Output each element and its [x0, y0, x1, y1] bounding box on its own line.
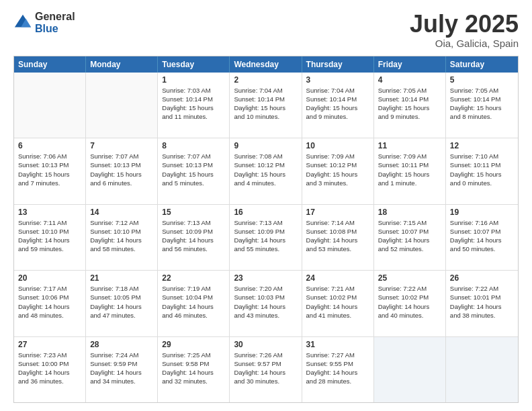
day-number: 9 — [234, 141, 297, 150]
day-content: Sunrise: 7:07 AMSunset: 10:13 PMDaylight… — [162, 152, 225, 187]
day-cell-21: 21Sunrise: 7:18 AMSunset: 10:05 PMDaylig… — [86, 271, 158, 336]
day-cell-7: 7Sunrise: 7:07 AMSunset: 10:13 PMDayligh… — [86, 138, 158, 203]
day-content: Sunrise: 7:14 AMSunset: 10:08 PMDaylight… — [306, 218, 369, 254]
header-day-tuesday: Tuesday — [158, 56, 230, 73]
day-content: Sunrise: 7:23 AMSunset: 10:00 PMDaylight… — [18, 351, 81, 386]
day-cell-28: 28Sunrise: 7:24 AMSunset: 9:59 PMDayligh… — [86, 337, 158, 402]
day-number: 17 — [306, 208, 369, 217]
page: General Blue July 2025 Oia, Galicia, Spa… — [0, 0, 532, 411]
day-content: Sunrise: 7:26 AMSunset: 9:57 PMDaylight:… — [234, 351, 297, 386]
logo: General Blue — [13, 11, 75, 34]
day-number: 15 — [162, 208, 225, 217]
title-block: July 2025 Oia, Galicia, Spain — [410, 11, 519, 49]
day-content: Sunrise: 7:05 AMSunset: 10:14 PMDaylight… — [378, 86, 441, 122]
day-number: 14 — [90, 208, 153, 217]
day-number: 25 — [378, 273, 441, 283]
day-number: 10 — [306, 141, 369, 150]
day-content: Sunrise: 7:16 AMSunset: 10:07 PMDaylight… — [450, 218, 514, 254]
day-cell-25: 25Sunrise: 7:22 AMSunset: 10:02 PMDaylig… — [374, 271, 446, 336]
logo-text: General Blue — [35, 11, 75, 34]
day-cell-5: 5Sunrise: 7:05 AMSunset: 10:14 PMDayligh… — [446, 73, 518, 138]
day-number: 22 — [162, 273, 225, 283]
day-content: Sunrise: 7:19 AMSunset: 10:04 PMDaylight… — [162, 284, 225, 320]
day-number: 19 — [450, 208, 514, 217]
day-cell-22: 22Sunrise: 7:19 AMSunset: 10:04 PMDaylig… — [158, 271, 230, 336]
day-content: Sunrise: 7:21 AMSunset: 10:02 PMDaylight… — [306, 284, 369, 320]
day-content: Sunrise: 7:05 AMSunset: 10:14 PMDaylight… — [450, 86, 514, 122]
day-cell-2: 2Sunrise: 7:04 AMSunset: 10:14 PMDayligh… — [230, 73, 302, 138]
day-content: Sunrise: 7:04 AMSunset: 10:14 PMDaylight… — [234, 86, 297, 122]
day-cell-3: 3Sunrise: 7:04 AMSunset: 10:14 PMDayligh… — [302, 73, 374, 138]
day-number: 21 — [90, 273, 153, 283]
day-number: 16 — [234, 208, 297, 217]
day-content: Sunrise: 7:24 AMSunset: 9:59 PMDaylight:… — [90, 351, 153, 386]
calendar-row-5: 27Sunrise: 7:23 AMSunset: 10:00 PMDaylig… — [14, 336, 518, 402]
day-cell-29: 29Sunrise: 7:25 AMSunset: 9:58 PMDayligh… — [158, 337, 230, 402]
day-content: Sunrise: 7:17 AMSunset: 10:06 PMDaylight… — [18, 284, 81, 320]
day-cell-19: 19Sunrise: 7:16 AMSunset: 10:07 PMDaylig… — [446, 205, 518, 270]
day-cell-13: 13Sunrise: 7:11 AMSunset: 10:10 PMDaylig… — [14, 205, 86, 270]
empty-cell — [86, 73, 158, 138]
logo-general-text: General — [35, 11, 75, 23]
day-cell-6: 6Sunrise: 7:06 AMSunset: 10:13 PMDayligh… — [14, 138, 86, 203]
calendar-header: SundayMondayTuesdayWednesdayThursdayFrid… — [14, 56, 518, 73]
empty-cell — [14, 73, 86, 138]
day-cell-24: 24Sunrise: 7:21 AMSunset: 10:02 PMDaylig… — [302, 271, 374, 336]
day-content: Sunrise: 7:03 AMSunset: 10:14 PMDaylight… — [162, 86, 225, 122]
empty-cell — [446, 337, 518, 402]
calendar-row-3: 13Sunrise: 7:11 AMSunset: 10:10 PMDaylig… — [14, 204, 518, 270]
calendar: SundayMondayTuesdayWednesdayThursdayFrid… — [13, 56, 519, 403]
day-content: Sunrise: 7:07 AMSunset: 10:13 PMDaylight… — [90, 152, 153, 187]
day-number: 30 — [234, 340, 297, 349]
day-content: Sunrise: 7:12 AMSunset: 10:10 PMDaylight… — [90, 218, 153, 254]
day-cell-11: 11Sunrise: 7:09 AMSunset: 10:11 PMDaylig… — [374, 138, 446, 203]
header-day-sunday: Sunday — [14, 56, 86, 73]
day-content: Sunrise: 7:13 AMSunset: 10:09 PMDaylight… — [234, 218, 297, 254]
day-cell-9: 9Sunrise: 7:08 AMSunset: 10:12 PMDayligh… — [230, 138, 302, 203]
header-day-thursday: Thursday — [302, 56, 374, 73]
day-number: 26 — [450, 273, 514, 283]
day-content: Sunrise: 7:22 AMSunset: 10:01 PMDaylight… — [450, 284, 514, 320]
day-cell-26: 26Sunrise: 7:22 AMSunset: 10:01 PMDaylig… — [446, 271, 518, 336]
day-cell-16: 16Sunrise: 7:13 AMSunset: 10:09 PMDaylig… — [230, 205, 302, 270]
day-cell-31: 31Sunrise: 7:27 AMSunset: 9:55 PMDayligh… — [302, 337, 374, 402]
empty-cell — [374, 337, 446, 402]
day-cell-10: 10Sunrise: 7:09 AMSunset: 10:12 PMDaylig… — [302, 138, 374, 203]
day-content: Sunrise: 7:27 AMSunset: 9:55 PMDaylight:… — [306, 351, 369, 386]
day-content: Sunrise: 7:09 AMSunset: 10:12 PMDaylight… — [306, 152, 369, 187]
day-number: 24 — [306, 273, 369, 283]
day-cell-27: 27Sunrise: 7:23 AMSunset: 10:00 PMDaylig… — [14, 337, 86, 402]
day-number: 20 — [18, 273, 81, 283]
day-cell-1: 1Sunrise: 7:03 AMSunset: 10:14 PMDayligh… — [158, 73, 230, 138]
header-day-monday: Monday — [86, 56, 158, 73]
day-cell-23: 23Sunrise: 7:20 AMSunset: 10:03 PMDaylig… — [230, 271, 302, 336]
day-number: 7 — [90, 141, 153, 150]
day-cell-30: 30Sunrise: 7:26 AMSunset: 9:57 PMDayligh… — [230, 337, 302, 402]
day-number: 13 — [18, 208, 81, 217]
day-number: 3 — [306, 75, 369, 85]
day-content: Sunrise: 7:22 AMSunset: 10:02 PMDaylight… — [378, 284, 441, 320]
header-day-wednesday: Wednesday — [230, 56, 302, 73]
calendar-row-1: 1Sunrise: 7:03 AMSunset: 10:14 PMDayligh… — [14, 73, 518, 138]
day-cell-4: 4Sunrise: 7:05 AMSunset: 10:14 PMDayligh… — [374, 73, 446, 138]
day-content: Sunrise: 7:09 AMSunset: 10:11 PMDaylight… — [378, 152, 441, 187]
day-number: 8 — [162, 141, 225, 150]
day-number: 28 — [90, 340, 153, 349]
day-cell-17: 17Sunrise: 7:14 AMSunset: 10:08 PMDaylig… — [302, 205, 374, 270]
day-number: 4 — [378, 75, 441, 85]
day-cell-20: 20Sunrise: 7:17 AMSunset: 10:06 PMDaylig… — [14, 271, 86, 336]
header: General Blue July 2025 Oia, Galicia, Spa… — [13, 11, 519, 49]
day-number: 12 — [450, 141, 514, 150]
day-number: 31 — [306, 340, 369, 349]
header-day-saturday: Saturday — [446, 56, 518, 73]
day-content: Sunrise: 7:18 AMSunset: 10:05 PMDaylight… — [90, 284, 153, 320]
day-content: Sunrise: 7:25 AMSunset: 9:58 PMDaylight:… — [162, 351, 225, 386]
day-number: 23 — [234, 273, 297, 283]
calendar-row-2: 6Sunrise: 7:06 AMSunset: 10:13 PMDayligh… — [14, 138, 518, 203]
day-content: Sunrise: 7:08 AMSunset: 10:12 PMDaylight… — [234, 152, 297, 187]
day-number: 2 — [234, 75, 297, 85]
day-content: Sunrise: 7:10 AMSunset: 10:11 PMDaylight… — [450, 152, 514, 187]
day-content: Sunrise: 7:04 AMSunset: 10:14 PMDaylight… — [306, 86, 369, 122]
calendar-body: 1Sunrise: 7:03 AMSunset: 10:14 PMDayligh… — [14, 73, 518, 402]
day-content: Sunrise: 7:15 AMSunset: 10:07 PMDaylight… — [378, 218, 441, 254]
